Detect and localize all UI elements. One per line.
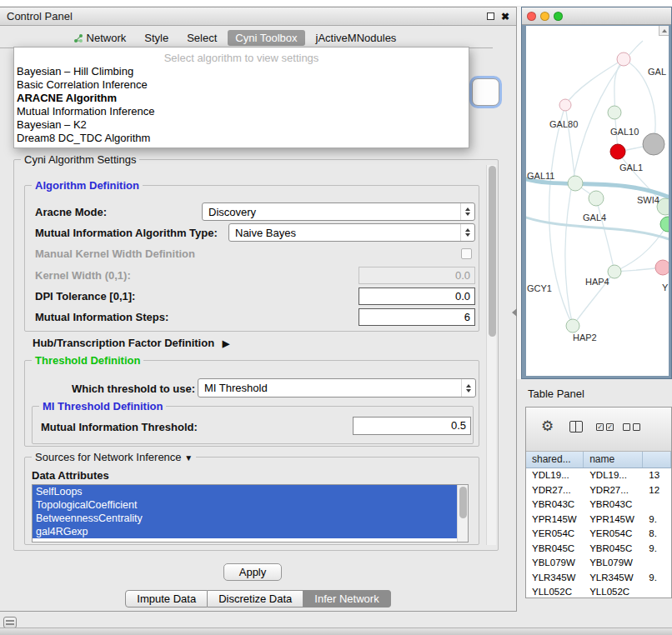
zoom-traffic-light[interactable] [554,12,563,21]
cell-name: YLR345W [584,571,643,586]
node-label: Y [662,282,669,292]
network-node[interactable] [559,99,571,111]
close-icon[interactable]: ✖ [501,12,509,22]
table-row[interactable]: YPR145W YPR145W 9. [526,512,671,528]
settings-scrollbar[interactable] [486,165,496,545]
checked-box-icon: ✓ [606,423,614,431]
group-title: MI Threshold Definition [39,400,166,412]
dpi-tolerance-field[interactable]: 0.0 [359,288,475,305]
node-label: GAL80 [549,119,578,129]
tab-jactivemodules[interactable]: jActiveMNodules [308,30,404,46]
node-label: HAP4 [585,277,609,287]
network-node-selected-red[interactable] [610,144,625,159]
column-header-shared-name[interactable]: shared... [526,452,584,468]
list-item[interactable]: BetweennessCentrality [33,512,457,525]
network-scroll-button[interactable] [659,26,669,36]
gear-icon[interactable]: ⚙ [541,418,554,435]
algorithm-settings-button[interactable] [472,78,499,106]
network-view-window: GAL GAL80 GAL10 GAL1 GAL11 SWI4 GAL4 GCY… [521,7,672,379]
algorithm-definition-group: Algorithm Definition Aracne Mode: Discov… [24,185,479,332]
window-title: Control Panel [7,10,73,22]
control-panel-titlebar[interactable]: Control Panel ✖ [0,8,516,26]
table-row[interactable]: YLR345W YLR345W 9. [526,571,671,586]
settings-scrollbar-thumb[interactable] [489,166,496,337]
algorithm-option[interactable]: Mutual Information Inference [14,105,469,118]
apply-button[interactable]: Apply [223,563,282,581]
table-row[interactable]: YLL052C YLL052C [526,585,671,598]
splitter-collapse-handle[interactable] [512,308,517,317]
kernel-width-field[interactable]: 0.0 [359,267,475,284]
attributes-scrollbar[interactable] [457,485,468,542]
panel-toggle-icon[interactable] [3,617,17,628]
network-node[interactable] [617,52,630,66]
cell-extra [643,556,671,571]
list-item[interactable]: gal4RGexp [33,525,457,538]
network-window-titlebar[interactable] [522,8,671,25]
select-all-icon[interactable]: ✓ ✓ [596,423,614,431]
column-header-name[interactable]: name [584,452,643,468]
deselect-all-icon[interactable] [623,423,640,431]
network-node[interactable] [660,217,669,232]
close-traffic-light[interactable] [527,12,536,21]
list-item[interactable]: SelfLoops [33,485,457,498]
group-title: Threshold Definition [32,354,143,367]
network-node-gal10[interactable] [643,133,664,155]
table-row[interactable]: YER054C YER054C 8. [526,527,671,542]
cell-shared-name: YER054C [526,527,584,542]
tab-select[interactable]: Select [179,30,224,46]
network-node[interactable] [608,265,621,278]
cell-extra: 13 [643,468,671,483]
float-window-icon[interactable] [487,12,494,20]
table-row[interactable]: YBR045C YBR045C 9. [526,542,671,557]
tab-infer-network[interactable]: Infer Network [303,590,390,608]
table-row[interactable]: YDR27... YDR27... 12 [526,483,671,498]
tab-discretize-data[interactable]: Discretize Data [208,590,303,608]
mi-type-label: Mutual Information Algorithm Type: [35,227,218,239]
cell-extra: 12 [643,483,671,498]
hub-definition-expander[interactable]: Hub/Transcription Factor Definition ▶ [33,337,229,349]
which-threshold-select[interactable]: MI Threshold [198,378,476,398]
mi-steps-field[interactable]: 6 [359,308,475,326]
algorithm-option[interactable]: Bayesian – Hill Climbing [14,65,469,78]
tab-network[interactable]: Network [66,30,134,46]
network-canvas[interactable]: GAL GAL80 GAL10 GAL1 GAL11 SWI4 GAL4 GCY… [526,26,669,376]
group-title: Algorithm Definition [32,179,143,192]
cell-shared-name: YBR043C [526,498,584,512]
algorithm-option[interactable]: Dream8 DC_TDC Algorithm [14,132,469,145]
algorithm-option[interactable]: Basic Correlation Inference [14,78,469,92]
network-node[interactable] [655,260,669,275]
network-tab-icon [73,33,83,43]
tab-label: Network [87,32,127,44]
aracne-mode-select[interactable]: Discovery [202,202,475,221]
network-node[interactable] [568,176,583,191]
sources-expander[interactable]: Sources for Network Inference ▼ [32,451,196,463]
table-row[interactable]: YBL079W YBL079W [526,556,671,571]
manual-kernel-checkbox[interactable] [461,248,472,259]
tab-impute-data[interactable]: Impute Data [125,590,208,608]
column-header-extra[interactable] [643,452,671,468]
list-item[interactable]: TopologicalCoefficient [33,498,457,512]
algorithm-dropdown-popup: Select algorithm to view settings Bayesi… [13,47,469,148]
algorithm-option-selected[interactable]: ARACNE Algorithm [14,92,469,105]
table-row[interactable]: YDL19... YDL19... 13 [526,468,671,483]
node-label: GAL [648,67,666,77]
threshold-definition-group: Threshold Definition Which threshold to … [24,360,479,447]
manual-kernel-label: Manual Kernel Width Definition [35,248,195,260]
column-visibility-icon[interactable] [569,421,583,432]
network-node[interactable] [566,319,579,332]
minimize-traffic-light[interactable] [540,12,549,21]
sources-label: Sources for Network Inference [35,451,182,463]
cell-name: YBL079W [584,556,643,571]
mi-threshold-field[interactable]: 0.5 [353,417,471,435]
mi-algorithm-type-select[interactable]: Naive Bayes [228,223,475,242]
combo-arrows-icon [460,224,474,241]
algorithm-option[interactable]: Bayesian – K2 [14,118,469,132]
network-node[interactable] [608,106,621,119]
tab-cyni-toolbox[interactable]: Cyni Toolbox [228,30,304,46]
mi-threshold-group: MI Threshold Definition Mutual Informati… [32,406,474,444]
tab-style[interactable]: Style [137,30,176,46]
attributes-scrollbar-thumb[interactable] [459,487,467,518]
network-node[interactable] [589,191,604,206]
table-row[interactable]: YBR043C YBR043C [526,498,671,512]
control-panel-tabs: Network Style Select Cyni Toolbox jActiv… [0,26,493,48]
